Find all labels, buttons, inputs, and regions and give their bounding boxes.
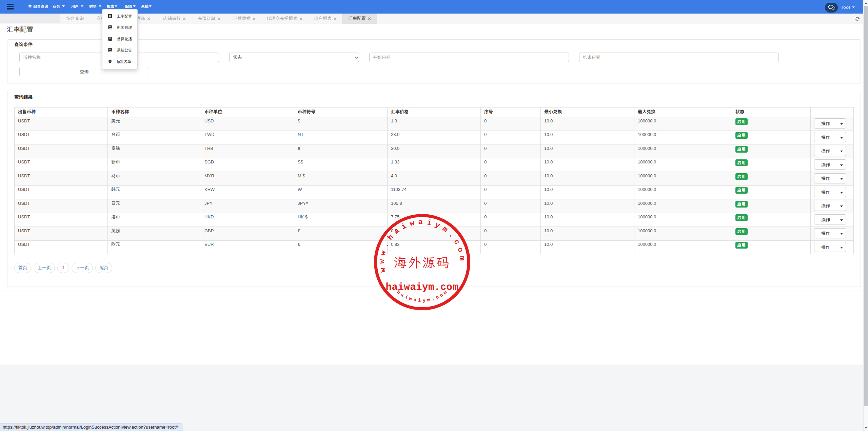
cell-min: 10.0 bbox=[541, 158, 634, 172]
close-icon[interactable] bbox=[253, 14, 256, 24]
nav-item-users[interactable]: 用户 bbox=[71, 0, 83, 12]
nav-item-system[interactable]: 系统 bbox=[141, 0, 152, 12]
caret-down-icon bbox=[840, 219, 843, 221]
tab-label: 店铺审核 bbox=[163, 16, 181, 21]
menu-item-label: 新闻管理 bbox=[117, 25, 132, 30]
nav-item-business[interactable]: 业务 bbox=[53, 0, 65, 12]
cell-max: 100000.0 bbox=[634, 172, 732, 186]
menu-item-carousel[interactable]: 首页轮播 bbox=[102, 34, 137, 45]
close-icon[interactable] bbox=[147, 14, 150, 24]
book-icon bbox=[108, 37, 112, 41]
tab-user-report[interactable]: 用户报表 bbox=[309, 14, 342, 24]
tab-overview[interactable]: 综合查询 bbox=[60, 14, 90, 24]
cell-seq: 0 bbox=[481, 158, 541, 172]
scroll-down-arrow-icon[interactable] bbox=[865, 427, 867, 429]
hamburger-icon[interactable] bbox=[7, 4, 14, 9]
tab-recharge-orders[interactable]: 充值订单 bbox=[192, 14, 226, 24]
close-icon[interactable] bbox=[183, 14, 186, 24]
scroll-up-arrow-icon[interactable] bbox=[865, 2, 867, 4]
start-date-input[interactable] bbox=[369, 53, 569, 62]
cell-unit: GBP bbox=[201, 227, 294, 241]
end-date-input[interactable] bbox=[579, 53, 779, 62]
tab-agent-report[interactable]: 代理商充提报表 bbox=[260, 14, 309, 24]
rates-table: 出售币种 币种名称 币种单位 币种符号 汇率价格 序号 最小兑换 最大兑换 状态… bbox=[14, 107, 854, 255]
action-button[interactable]: 操作 bbox=[814, 214, 837, 224]
col-header-actions bbox=[811, 107, 854, 117]
status-badge: 启用 bbox=[735, 118, 748, 125]
action-button[interactable]: 操作 bbox=[814, 132, 837, 142]
action-button[interactable]: 操作 bbox=[814, 146, 837, 156]
cell-rate: 1.0 bbox=[388, 117, 481, 131]
action-button[interactable]: 操作 bbox=[814, 173, 837, 183]
cell-name: 港币 bbox=[108, 213, 201, 227]
action-caret-button[interactable] bbox=[837, 214, 846, 224]
refresh-icon[interactable] bbox=[855, 16, 860, 21]
field-start-date bbox=[364, 53, 574, 62]
cell-seq: 0 bbox=[481, 199, 541, 213]
caret-down-icon bbox=[840, 164, 843, 166]
nav-item-overview[interactable]: 综合查询 bbox=[28, 0, 48, 12]
col-header-sell: 出售币种 bbox=[15, 107, 108, 117]
cell-seq: 0 bbox=[481, 213, 541, 227]
close-icon[interactable] bbox=[368, 14, 371, 24]
cell-symbol: HK $ bbox=[294, 213, 388, 227]
action-caret-button[interactable] bbox=[837, 173, 846, 183]
close-icon[interactable] bbox=[217, 14, 220, 24]
cell-name: 马币 bbox=[108, 172, 201, 186]
action-button[interactable]: 操作 bbox=[814, 159, 837, 170]
caret-down-icon bbox=[99, 5, 101, 7]
menu-item-exchange-rate[interactable]: 汇率配置 bbox=[102, 11, 137, 22]
action-caret-button[interactable] bbox=[837, 118, 846, 129]
close-icon[interactable] bbox=[334, 14, 337, 24]
cell-unit: SGD bbox=[201, 158, 294, 172]
scrollbar[interactable] bbox=[863, 0, 868, 431]
tab-label: 运营数据 bbox=[233, 16, 251, 21]
cell-unit: THB bbox=[201, 144, 294, 158]
action-button[interactable]: 操作 bbox=[814, 242, 837, 252]
action-button[interactable]: 操作 bbox=[814, 187, 837, 197]
cell-max: 100000.0 bbox=[634, 199, 732, 213]
cell-status: 启用 bbox=[732, 117, 811, 131]
tab-label: 综合查询 bbox=[66, 16, 84, 21]
tab-shop-review[interactable]: 店铺审核 bbox=[157, 14, 192, 24]
action-caret-button[interactable] bbox=[837, 201, 846, 211]
page-prev[interactable]: 上一页 bbox=[34, 263, 55, 273]
field-end-date bbox=[574, 53, 784, 62]
query-form-row: 状态 bbox=[14, 53, 854, 62]
action-button[interactable]: 操作 bbox=[814, 118, 837, 129]
user-menu[interactable]: root bbox=[842, 0, 855, 15]
page-last[interactable]: 尾页 bbox=[95, 263, 112, 273]
page-first[interactable]: 首页 bbox=[14, 263, 31, 273]
close-icon[interactable] bbox=[299, 14, 302, 24]
menu-item-news[interactable]: 新闻管理 bbox=[102, 22, 137, 33]
cell-min: 10.0 bbox=[541, 240, 634, 254]
cell-max: 100000.0 bbox=[634, 144, 732, 158]
table-row: USDT 韩元 KRW ₩ 1103.74 0 10.0 100000.0 启用… bbox=[15, 185, 854, 199]
cell-status: 启用 bbox=[732, 131, 811, 144]
table-row: USDT 泰铢 THB ฿ 30.0 0 10.0 100000.0 启用 操作 bbox=[15, 144, 854, 158]
page-next[interactable]: 下一页 bbox=[72, 263, 93, 273]
cell-max: 100000.0 bbox=[634, 158, 732, 172]
action-caret-button[interactable] bbox=[837, 242, 846, 252]
menu-item-ip-blacklist[interactable]: ip黑名单 bbox=[102, 56, 137, 67]
chat-button[interactable] bbox=[825, 3, 838, 13]
status-select[interactable]: 状态 bbox=[229, 53, 359, 62]
cell-name: 新币 bbox=[108, 158, 201, 172]
tab-operations-data[interactable]: 运营数据 bbox=[227, 14, 262, 24]
menu-item-announcement[interactable]: 系统公告 bbox=[102, 45, 137, 56]
action-caret-button[interactable] bbox=[837, 228, 846, 238]
scrollbar-thumb[interactable] bbox=[864, 6, 868, 406]
action-caret-button[interactable] bbox=[837, 132, 846, 142]
action-caret-button[interactable] bbox=[837, 187, 846, 197]
caret-down-icon bbox=[840, 151, 843, 152]
nav-item-finance[interactable]: 财务 bbox=[89, 0, 101, 12]
status-badge: 启用 bbox=[735, 173, 748, 180]
cell-rate: 105.8 bbox=[388, 199, 481, 213]
action-caret-button[interactable] bbox=[837, 146, 846, 156]
cell-max: 100000.0 bbox=[634, 227, 732, 241]
action-button[interactable]: 操作 bbox=[814, 201, 837, 211]
action-button[interactable]: 操作 bbox=[814, 228, 837, 238]
page-current[interactable]: 1 bbox=[57, 263, 69, 273]
tab-exchange-rate[interactable]: 汇率配置 bbox=[342, 14, 377, 24]
action-caret-button[interactable] bbox=[837, 159, 846, 170]
